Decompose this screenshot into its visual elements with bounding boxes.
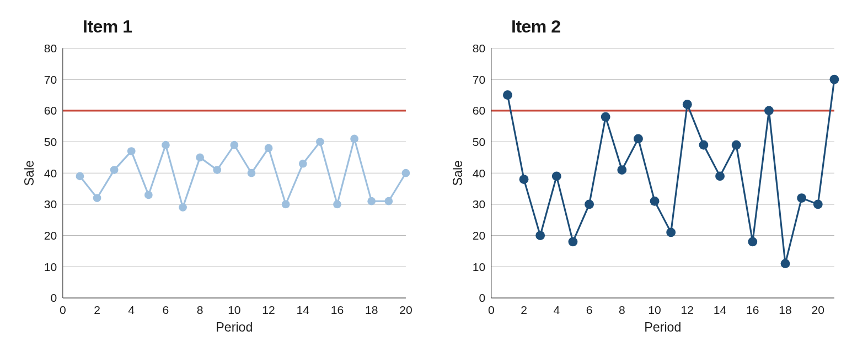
data-point (617, 165, 626, 175)
data-point (601, 112, 610, 122)
svg-text:6: 6 (586, 303, 593, 316)
svg-text:2: 2 (521, 303, 527, 316)
svg-text:8: 8 (619, 303, 625, 316)
svg-text:10: 10 (44, 261, 57, 273)
svg-text:4: 4 (128, 303, 135, 316)
svg-text:0: 0 (51, 291, 57, 304)
data-point (585, 199, 594, 209)
svg-text:14: 14 (714, 303, 727, 316)
svg-text:20: 20 (399, 303, 412, 316)
data-point (282, 200, 290, 209)
data-point (634, 134, 643, 143)
data-point (402, 169, 410, 177)
svg-text:18: 18 (365, 303, 378, 316)
data-point (316, 138, 324, 146)
data-point (110, 166, 119, 174)
chart-title: Item 2 (511, 17, 846, 37)
data-point (764, 106, 774, 115)
data-point (699, 140, 708, 150)
data-point (350, 135, 358, 143)
svg-text:70: 70 (44, 73, 57, 86)
svg-text:10: 10 (648, 303, 661, 316)
data-point (519, 175, 529, 184)
svg-text:10: 10 (473, 261, 485, 273)
svg-text:0: 0 (479, 291, 486, 304)
chart-panel-2: Item 2 010203040506070800246810121416182… (451, 17, 846, 341)
data-point (93, 194, 101, 202)
chart-panel-1: Item 1 010203040506070800246810121416182… (22, 17, 417, 341)
svg-text:10: 10 (228, 303, 240, 316)
svg-text:80: 80 (473, 42, 485, 55)
svg-text:0: 0 (488, 303, 495, 316)
svg-text:4: 4 (553, 303, 560, 316)
svg-text:18: 18 (779, 303, 791, 316)
data-point (503, 90, 512, 100)
svg-text:14: 14 (297, 303, 310, 316)
svg-text:12: 12 (681, 303, 694, 316)
data-point (248, 169, 256, 177)
data-point (666, 227, 676, 237)
data-point (781, 259, 790, 268)
svg-text:70: 70 (473, 73, 485, 86)
x-axis-label: Period (644, 320, 681, 334)
x-axis-label: Period (216, 320, 253, 334)
data-point (829, 75, 839, 84)
data-point (367, 197, 376, 205)
data-point (127, 147, 136, 155)
data-point (650, 197, 660, 206)
data-point (797, 193, 806, 203)
svg-text:40: 40 (44, 167, 57, 180)
svg-text:20: 20 (473, 229, 485, 242)
svg-text:12: 12 (262, 303, 275, 316)
data-point (213, 166, 221, 174)
data-point (196, 154, 204, 162)
data-point (333, 200, 341, 209)
svg-text:8: 8 (197, 303, 203, 316)
data-point (162, 141, 170, 149)
svg-text:60: 60 (473, 104, 485, 117)
svg-text:40: 40 (473, 167, 485, 180)
data-point (568, 237, 577, 246)
data-point (144, 191, 153, 199)
data-point (748, 237, 757, 246)
data-point (535, 231, 545, 240)
svg-text:50: 50 (44, 135, 57, 148)
data-point (552, 171, 561, 181)
chart-svg: 0102030405060708002468101214161820SalePe… (451, 41, 846, 345)
svg-text:0: 0 (60, 303, 66, 316)
chart-area: 0102030405060708002468101214161820SalePe… (451, 41, 846, 345)
data-point (384, 197, 393, 205)
chart-svg: 0102030405060708002468101214161820SalePe… (22, 41, 417, 345)
svg-text:16: 16 (746, 303, 759, 316)
y-axis-label: Sale (451, 160, 465, 186)
data-point (76, 172, 84, 181)
data-point (732, 140, 741, 150)
svg-text:20: 20 (44, 229, 57, 242)
svg-text:2: 2 (94, 303, 100, 316)
data-point (179, 203, 187, 211)
data-point (265, 144, 273, 153)
svg-text:20: 20 (812, 303, 824, 316)
svg-text:80: 80 (44, 42, 57, 55)
data-point (813, 199, 823, 209)
data-point (299, 160, 307, 168)
svg-text:50: 50 (473, 135, 485, 148)
data-point (230, 141, 238, 149)
charts-row: Item 1 010203040506070800246810121416182… (0, 0, 868, 358)
svg-text:60: 60 (44, 104, 57, 117)
svg-text:16: 16 (331, 303, 344, 316)
svg-text:6: 6 (163, 303, 169, 316)
data-point (683, 100, 692, 109)
y-axis-label: Sale (22, 160, 36, 186)
chart-area: 0102030405060708002468101214161820SalePe… (22, 41, 417, 345)
data-point (715, 171, 725, 181)
tick-labels: 0102030405060708002468101214161820 (44, 42, 412, 317)
svg-text:30: 30 (473, 198, 485, 210)
chart-title: Item 1 (83, 17, 417, 37)
svg-text:30: 30 (44, 198, 57, 210)
